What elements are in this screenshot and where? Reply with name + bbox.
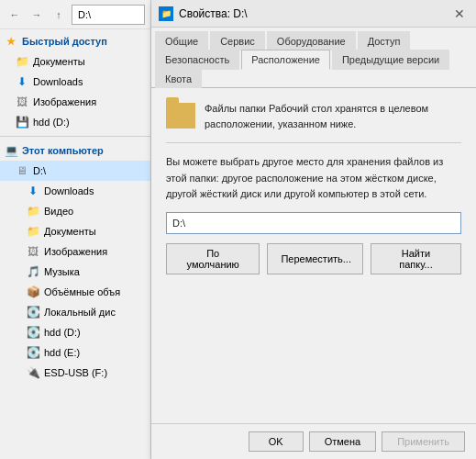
star-icon: ★ bbox=[4, 34, 18, 49]
info-section: Файлы папки Рабочий стол хранятся в целе… bbox=[166, 101, 461, 131]
sidebar-item-video[interactable]: 📁 Видео bbox=[0, 201, 150, 221]
tab-access[interactable]: Доступ bbox=[358, 31, 411, 50]
image-icon: 🖼 bbox=[15, 95, 29, 109]
sidebar-item-localdisk[interactable]: 💽 Локальный дис bbox=[0, 302, 150, 322]
dialog-title-text: Свойства: D:\ bbox=[179, 7, 248, 20]
tab-security[interactable]: Безопасность bbox=[155, 50, 239, 70]
computer-icon: 💻 bbox=[4, 143, 18, 158]
music-icon: 🎵 bbox=[26, 264, 40, 279]
sidebar-item-label: Downloads bbox=[33, 76, 83, 87]
hdd-icon: 💽 bbox=[26, 345, 40, 360]
folder-icon: 📁 bbox=[15, 54, 29, 69]
sidebar-item-label: Изображения bbox=[44, 246, 107, 257]
sidebar-item-label: Документы bbox=[33, 56, 85, 67]
usb-icon: 🔌 bbox=[26, 365, 40, 380]
sidebar-item-docs[interactable]: 📁 Документы bbox=[0, 51, 150, 72]
sidebar-item-label: Музыка bbox=[44, 266, 80, 277]
action-buttons: По умолчанию Переместить... Найти папку.… bbox=[166, 243, 461, 274]
sidebar-item-label: hdd (E:) bbox=[44, 347, 80, 358]
sidebar-item-hdd-d[interactable]: 💾 hdd (D:) bbox=[0, 112, 150, 132]
dialog-title: 📁 Свойства: D:\ bbox=[159, 6, 248, 21]
sidebar-item-docs2[interactable]: 📁 Документы bbox=[0, 221, 150, 241]
folder-icon-large bbox=[166, 103, 195, 129]
close-button[interactable]: ✕ bbox=[450, 5, 469, 23]
folder-icon: 📁 bbox=[26, 224, 40, 239]
sidebar-item-images2[interactable]: 🖼 Изображения bbox=[0, 241, 150, 262]
address-value: D:\ bbox=[78, 9, 91, 20]
sidebar-item-label: hdd (D:) bbox=[33, 117, 70, 128]
download-icon: ⬇ bbox=[15, 74, 29, 89]
sidebar-item-label: Быстрый доступ bbox=[22, 36, 107, 47]
address-bar[interactable]: D:\ bbox=[72, 5, 145, 25]
sidebar-item-label: Локальный дис bbox=[44, 307, 116, 318]
properties-dialog: 📁 Свойства: D:\ ✕ Общие Сервис Оборудова… bbox=[151, 0, 476, 459]
sidebar-item-music[interactable]: 🎵 Музыка bbox=[0, 262, 150, 282]
sidebar-item-d-drive[interactable]: 🖥 D:\ bbox=[0, 161, 150, 181]
drive-icon: 🖥 bbox=[15, 163, 29, 178]
tab-general[interactable]: Общие bbox=[155, 31, 208, 50]
sidebar-item-quick-access[interactable]: ★ Быстрый доступ bbox=[0, 31, 150, 51]
sidebar-item-label: Этот компьютер bbox=[22, 145, 104, 156]
dialog-titlebar: 📁 Свойства: D:\ ✕ bbox=[151, 0, 476, 28]
sidebar-item-label: Документы bbox=[44, 226, 96, 237]
back-button[interactable]: ← bbox=[6, 6, 24, 24]
hdd-icon: 💽 bbox=[26, 305, 40, 319]
info-text: Файлы папки Рабочий стол хранятся в целе… bbox=[205, 101, 461, 131]
divider bbox=[166, 142, 461, 143]
sidebar-item-label: D:\ bbox=[33, 165, 46, 176]
sidebar-item-hdd-e[interactable]: 💽 hdd (E:) bbox=[0, 342, 150, 363]
find-button[interactable]: Найти папку... bbox=[371, 243, 461, 274]
sidebar-item-esd-usb[interactable]: 🔌 ESD-USB (F:) bbox=[0, 363, 150, 383]
sidebar-item-label: Видео bbox=[44, 206, 73, 217]
dialog-footer: OK Отмена Применить bbox=[151, 423, 476, 459]
sidebar-item-this-pc[interactable]: 💻 Этот компьютер bbox=[0, 140, 150, 161]
explorer-tree: ★ Быстрый доступ 📁 Документы ⬇ Downloads… bbox=[0, 29, 150, 459]
cancel-button[interactable]: Отмена bbox=[309, 431, 376, 452]
sidebar-item-3d[interactable]: 📦 Объёмные объя bbox=[0, 282, 150, 302]
sidebar-item-label: Downloads bbox=[44, 185, 94, 196]
folder-icon: 📦 bbox=[26, 285, 40, 299]
sidebar-item-downloads1[interactable]: ⬇ Downloads bbox=[0, 72, 150, 92]
ok-button[interactable]: OK bbox=[249, 431, 304, 452]
tab-service[interactable]: Сервис bbox=[210, 31, 265, 50]
sidebar-item-label: Изображения bbox=[33, 96, 96, 107]
folder-icon: 📁 bbox=[26, 204, 40, 218]
sidebar-item-label: hdd (D:) bbox=[44, 327, 81, 338]
path-input[interactable] bbox=[166, 212, 461, 234]
tab-quota[interactable]: Квота bbox=[155, 69, 202, 88]
explorer-toolbar: ← → ↑ D:\ bbox=[0, 0, 150, 29]
forward-button[interactable]: → bbox=[28, 6, 46, 24]
sidebar-item-images1[interactable]: 🖼 Изображения bbox=[0, 92, 150, 112]
folder-title-icon: 📁 bbox=[159, 6, 173, 21]
up-button[interactable]: ↑ bbox=[50, 6, 68, 24]
hdd-icon: 💾 bbox=[15, 115, 29, 129]
sidebar-item-label: ESD-USB (F:) bbox=[44, 367, 107, 378]
sidebar-item-hdd-d2[interactable]: 💽 hdd (D:) bbox=[0, 322, 150, 342]
hdd-icon: 💽 bbox=[26, 325, 40, 340]
download-icon: ⬇ bbox=[26, 184, 40, 198]
move-button[interactable]: Переместить... bbox=[267, 243, 363, 274]
default-button[interactable]: По умолчанию bbox=[166, 243, 260, 274]
explorer-panel: ← → ↑ D:\ ★ Быстрый доступ 📁 Документы ⬇… bbox=[0, 0, 151, 459]
tab-prev-versions[interactable]: Предыдущие версии bbox=[332, 50, 449, 70]
desc-text: Вы можете выбрать другое место для хране… bbox=[166, 154, 461, 203]
image-icon: 🖼 bbox=[26, 244, 40, 259]
dialog-content: Файлы папки Рабочий стол хранятся в целе… bbox=[151, 88, 476, 423]
tab-bar: Общие Сервис Оборудование Доступ Безопас… bbox=[151, 28, 476, 88]
sidebar-item-label: Объёмные объя bbox=[44, 286, 120, 297]
tab-hardware[interactable]: Оборудование bbox=[267, 31, 356, 50]
apply-button[interactable]: Применить bbox=[382, 431, 465, 452]
sidebar-item-downloads2[interactable]: ⬇ Downloads bbox=[0, 181, 150, 201]
tab-location[interactable]: Расположение bbox=[241, 50, 330, 70]
